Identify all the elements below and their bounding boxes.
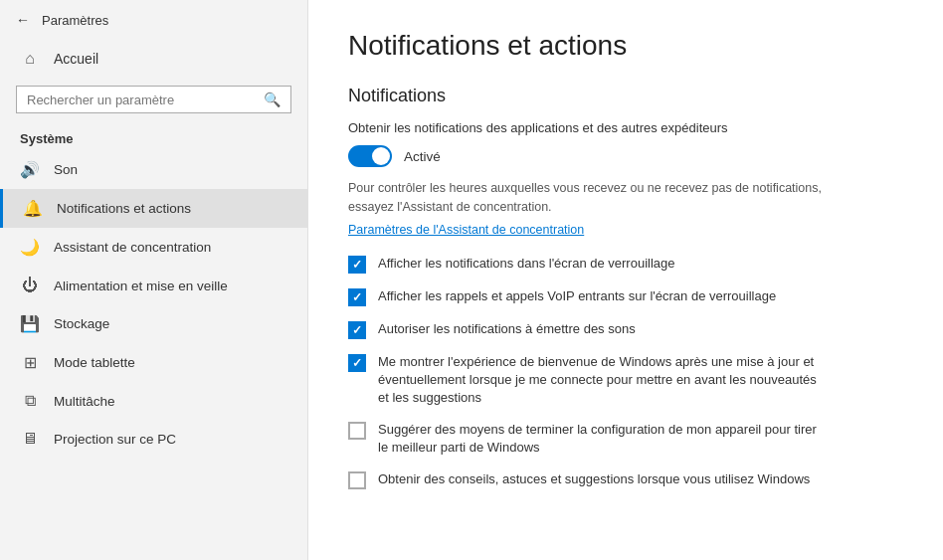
checkbox-cb6[interactable] [348,471,366,489]
checkbox-cb3[interactable] [348,321,366,339]
multitache-icon: ⧉ [20,392,40,410]
checkbox-row-cb3: Autoriser les notifications à émettre de… [348,320,903,339]
section-heading: Notifications [348,86,903,106]
sidebar-item-assistant[interactable]: 🌙 Assistant de concentration [0,228,307,267]
notification-description: Obtenir les notifications des applicatio… [348,120,903,135]
assistant-icon: 🌙 [20,238,40,257]
notifications-icon: 🔔 [23,199,43,218]
sidebar-item-label-projection: Projection sur ce PC [54,432,176,447]
sidebar-title-label: Paramètres [42,13,108,28]
nav-items: 🔊 Son 🔔 Notifications et actions 🌙 Assis… [0,150,307,458]
info-text: Pour contrôler les heures auxquelles vou… [348,179,846,217]
checkbox-row-cb2: Afficher les rappels et appels VoIP entr… [348,287,903,306]
tablette-icon: ⊞ [20,353,40,372]
checkbox-label-cb6: Obtenir des conseils, astuces et suggest… [378,470,810,488]
checkbox-label-cb3: Autoriser les notifications à émettre de… [378,320,636,338]
toggle-row: Activé [348,145,903,167]
sidebar-item-multitache[interactable]: ⧉ Multitâche [0,382,307,420]
projection-icon: 🖥 [20,430,40,448]
sidebar-item-label-multitache: Multitâche [54,394,115,409]
search-icon: 🔍 [264,92,281,107]
sidebar-item-stockage[interactable]: 💾 Stockage [0,304,307,343]
alimentation-icon: ⏻ [20,277,40,294]
sidebar-home-label: Accueil [54,51,98,67]
checkbox-label-cb5: Suggérer des moyens de terminer la confi… [378,421,826,457]
checkbox-cb1[interactable] [348,256,366,274]
checkbox-row-cb5: Suggérer des moyens de terminer la confi… [348,421,903,457]
checkbox-cb5[interactable] [348,422,366,440]
sidebar-item-tablette[interactable]: ⊞ Mode tablette [0,343,307,382]
home-icon: ⌂ [20,50,40,68]
page-title: Notifications et actions [348,30,903,62]
son-icon: 🔊 [20,160,40,179]
back-button[interactable]: ← [16,12,30,28]
checkbox-label-cb1: Afficher les notifications dans l'écran … [378,255,675,273]
sidebar-header: ← Paramètres [0,0,307,40]
sidebar-item-label-alimentation: Alimentation et mise en veille [54,279,228,293]
checkbox-label-cb2: Afficher les rappels et appels VoIP entr… [378,287,776,305]
sidebar-item-label-notifications: Notifications et actions [57,201,191,216]
sidebar-section-label: Système [0,121,307,150]
checkbox-label-cb4: Me montrer l'expérience de bienvenue de … [378,353,826,408]
sidebar-item-label-tablette: Mode tablette [54,355,135,370]
search-input[interactable] [27,93,256,107]
stockage-icon: 💾 [20,314,40,333]
sidebar: ← Paramètres ⌂ Accueil 🔍 Système 🔊 Son 🔔… [0,0,308,560]
assistant-link[interactable]: Paramètres de l'Assistant de concentrati… [348,223,903,237]
sidebar-item-projection[interactable]: 🖥 Projection sur ce PC [0,420,307,458]
sidebar-item-alimentation[interactable]: ⏻ Alimentation et mise en veille [0,267,307,304]
checkboxes-container: Afficher les notifications dans l'écran … [348,255,903,490]
notifications-toggle[interactable] [348,145,392,167]
toggle-label: Activé [404,149,441,164]
checkbox-cb2[interactable] [348,288,366,306]
sidebar-item-label-son: Son [54,162,78,177]
checkbox-row-cb4: Me montrer l'expérience de bienvenue de … [348,353,903,408]
search-box[interactable]: 🔍 [16,86,291,113]
sidebar-item-notifications[interactable]: 🔔 Notifications et actions [0,189,307,228]
checkbox-row-cb1: Afficher les notifications dans l'écran … [348,255,903,274]
sidebar-item-accueil[interactable]: ⌂ Accueil [0,40,307,78]
checkbox-cb4[interactable] [348,354,366,372]
main-content: Notifications et actions Notifications O… [308,0,943,560]
checkbox-row-cb6: Obtenir des conseils, astuces et suggest… [348,470,903,489]
sidebar-item-label-stockage: Stockage [54,316,109,331]
sidebar-item-son[interactable]: 🔊 Son [0,150,307,189]
sidebar-item-label-assistant: Assistant de concentration [54,240,211,255]
